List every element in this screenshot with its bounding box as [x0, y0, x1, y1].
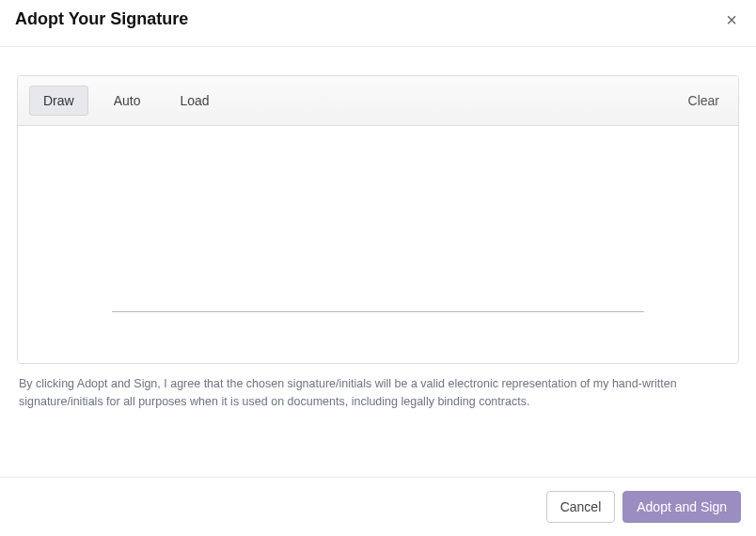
close-icon[interactable]: ×: [722, 10, 741, 29]
disclaimer-text: By clicking Adopt and Sign, I agree that…: [17, 375, 739, 411]
tab-auto[interactable]: Auto: [100, 86, 155, 116]
tab-bar: Draw Auto Load Clear: [18, 76, 738, 126]
signature-baseline: [112, 311, 644, 312]
modal-body: Draw Auto Load Clear By clicking Adopt a…: [0, 47, 756, 424]
adopt-and-sign-button[interactable]: Adopt and Sign: [622, 491, 741, 523]
signature-box: Draw Auto Load Clear: [17, 75, 739, 364]
modal-title: Adopt Your Signature: [15, 9, 188, 29]
cancel-button[interactable]: Cancel: [546, 491, 616, 523]
modal-header: Adopt Your Signature ×: [0, 0, 756, 47]
clear-button[interactable]: Clear: [688, 93, 727, 108]
tab-draw[interactable]: Draw: [29, 86, 88, 116]
signature-canvas[interactable]: [18, 126, 738, 363]
modal-footer: Cancel Adopt and Sign: [0, 477, 756, 536]
tab-load[interactable]: Load: [165, 86, 223, 116]
